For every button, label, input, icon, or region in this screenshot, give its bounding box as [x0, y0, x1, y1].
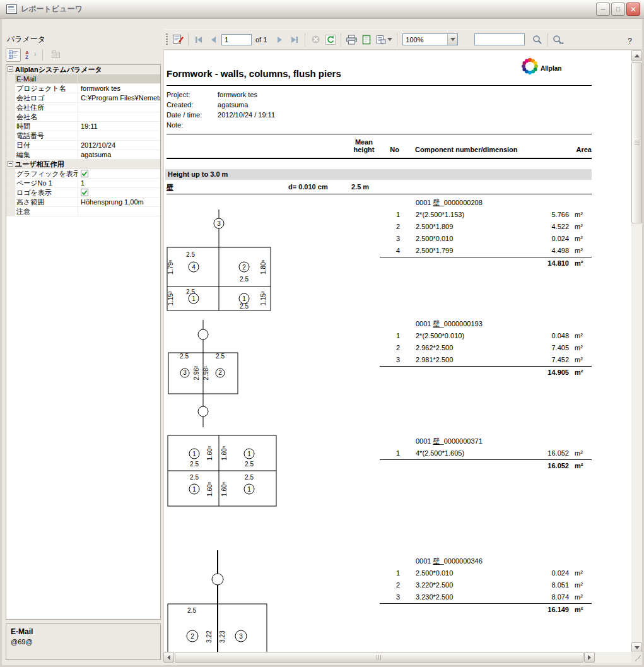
column-header-mean: Mean	[344, 138, 384, 146]
titlebar[interactable]: レポートビューワ ─ □ ✕	[0, 0, 644, 19]
checkbox-checked-icon[interactable]	[81, 170, 88, 177]
property-row[interactable]: E-Mail	[6, 74, 160, 84]
property-row[interactable]: 会社住所	[6, 103, 160, 112]
property-value[interactable]	[78, 131, 160, 140]
alphabetical-sort-icon: AZ↓	[25, 50, 34, 59]
description-text: @69@	[11, 638, 156, 646]
property-value[interactable]: formwork tes	[78, 84, 160, 93]
cancel-rendering-button[interactable]	[308, 32, 323, 47]
property-value[interactable]	[78, 112, 160, 121]
property-row[interactable]: 高さ範囲 Höhensprung 1,00m	[6, 198, 160, 207]
toolbar-separator	[188, 33, 189, 46]
svg-text:1.80⁹: 1.80⁹	[260, 259, 267, 274]
property-value[interactable]	[78, 207, 160, 216]
wall-name: 壁	[167, 183, 173, 192]
property-value[interactable]: 1	[78, 179, 160, 187]
property-row[interactable]: 注意	[6, 207, 160, 216]
zoom-combobox[interactable]	[402, 33, 458, 45]
property-value[interactable]	[78, 188, 160, 197]
scroll-right-button[interactable]	[584, 652, 595, 663]
property-value[interactable]	[78, 169, 160, 178]
scroll-up-button[interactable]	[631, 50, 642, 61]
window-title: レポートビューワ	[21, 4, 596, 15]
maximize-button[interactable]: □	[611, 3, 625, 16]
property-row[interactable]: 編集 agatsuma	[6, 150, 160, 160]
toolbar-separator	[547, 33, 548, 46]
zoom-value-input[interactable]	[403, 34, 447, 45]
print-button[interactable]	[344, 32, 359, 47]
search-input[interactable]	[474, 33, 525, 45]
formula-row: 1 2.500*0.010 0.024 m²	[380, 567, 592, 579]
info-row: Created: agatsuma	[167, 101, 248, 109]
property-row[interactable]: ロゴを表示	[6, 188, 160, 198]
property-value[interactable]: agatsuma	[78, 150, 160, 159]
property-group-header[interactable]: ユーザ相互作用	[6, 160, 160, 169]
resize-grip[interactable]	[631, 652, 642, 663]
first-page-button[interactable]	[191, 32, 206, 47]
alphabetical-view-button[interactable]: AZ↓	[22, 48, 37, 62]
property-row[interactable]: 時間 19:11	[6, 122, 160, 131]
previous-page-icon	[211, 36, 217, 44]
vertical-scrollbar[interactable]	[631, 50, 642, 653]
collapse-icon[interactable]	[8, 161, 13, 167]
stop-icon	[311, 35, 320, 44]
close-button[interactable]: ✕	[626, 3, 640, 16]
find-button[interactable]	[530, 32, 545, 47]
find-next-button[interactable]	[551, 32, 566, 47]
svg-text:2.5: 2.5	[190, 474, 199, 481]
last-page-icon	[290, 36, 299, 44]
row-margin	[6, 207, 15, 216]
component-id: 0001 壁_0000000208	[380, 197, 592, 209]
svg-text:1.15³: 1.15³	[167, 291, 174, 305]
property-row[interactable]: 日付 2012/10/24	[6, 141, 160, 150]
refresh-button[interactable]	[323, 32, 338, 47]
property-value[interactable]: 2012/10/24	[78, 141, 160, 150]
page-layout-button[interactable]	[359, 32, 374, 47]
row-margin	[6, 103, 15, 112]
horizontal-scroll-thumb[interactable]	[175, 652, 583, 663]
row-margin	[6, 141, 15, 150]
property-value[interactable]	[78, 103, 160, 112]
export-button[interactable]	[170, 32, 185, 47]
group-label: Allplanシステムパラメータ	[15, 65, 102, 74]
component-block: 0001 壁_0000000193 1 2*(2.500*0.010) 0.04…	[380, 318, 592, 378]
toolbar-separator	[305, 33, 305, 46]
formwork-sketch-1: 3 2.5 4 1.79⁹ 2 2.5 1.80⁹ 2.5 1 1.15³	[164, 205, 281, 312]
svg-text:3: 3	[239, 633, 243, 640]
row-margin	[6, 131, 15, 140]
next-page-button[interactable]	[272, 32, 287, 47]
previous-page-button[interactable]	[206, 32, 221, 47]
property-row[interactable]: 会社名	[6, 112, 160, 122]
property-value[interactable]	[78, 74, 160, 83]
checkbox-checked-icon[interactable]	[81, 189, 88, 196]
property-row[interactable]: 会社ロゴ C:¥Program Files¥Nemetsc	[6, 93, 160, 103]
scroll-left-button[interactable]	[163, 652, 174, 663]
property-row[interactable]: 電話番号	[6, 131, 160, 141]
report-viewport[interactable]: Allplan Formwork - walls, columns, flush…	[163, 50, 631, 653]
toolbar-grip[interactable]	[166, 33, 168, 46]
horizontal-scrollbar[interactable]	[163, 652, 631, 663]
property-group-header[interactable]: Allplanシステムパラメータ	[6, 65, 160, 74]
property-row[interactable]: プロジェクト名 formwork tes	[6, 84, 160, 93]
minimize-button[interactable]: ─	[596, 3, 610, 16]
page-setup-button[interactable]	[374, 32, 394, 47]
categorized-view-button[interactable]	[6, 48, 21, 62]
collapse-icon[interactable]	[8, 66, 13, 72]
property-row[interactable]: ページNo 1 1	[6, 179, 160, 188]
property-value[interactable]: 19:11	[78, 122, 160, 131]
svg-text:1.60⁵: 1.60⁵	[206, 446, 213, 461]
allplan-logo-text: Allplan	[541, 65, 561, 72]
formula-row: 2 2.962*2.500 7.405 m²	[380, 342, 592, 354]
group-label: ユーザ相互作用	[15, 160, 64, 168]
page-number-input[interactable]	[221, 34, 252, 45]
zoom-dropdown-button[interactable]	[447, 34, 457, 45]
property-row[interactable]: グラフィックを表示	[6, 169, 160, 179]
last-page-button[interactable]	[287, 32, 302, 47]
svg-text:2.5: 2.5	[240, 303, 249, 310]
formula-row: 2 3.220*2.500 8.051 m²	[380, 579, 592, 591]
property-value[interactable]: Höhensprung 1,00m	[78, 198, 160, 206]
vertical-scroll-thumb[interactable]	[631, 62, 642, 223]
property-value[interactable]: C:¥Program Files¥Nemetsc	[78, 93, 160, 102]
property-pages-button[interactable]	[48, 48, 63, 62]
allplan-logo: Allplan	[519, 56, 595, 77]
